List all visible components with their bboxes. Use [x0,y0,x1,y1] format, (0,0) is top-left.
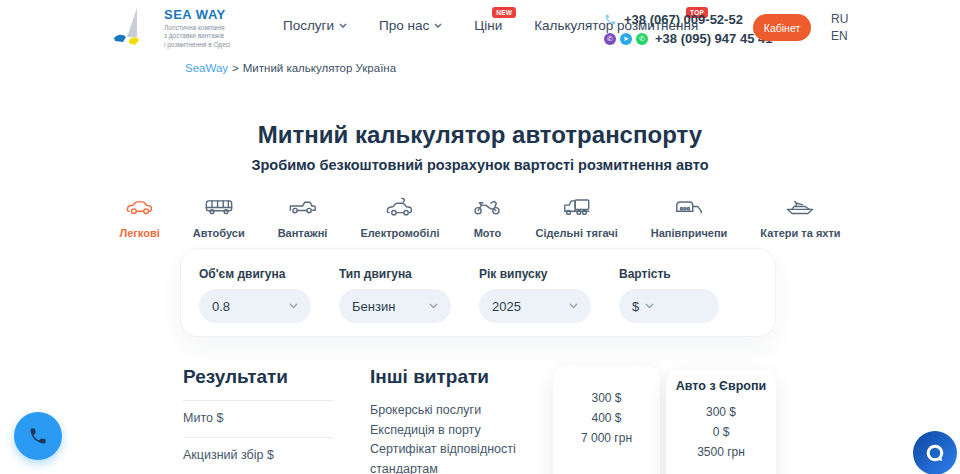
language-switcher: RU EN [831,11,848,45]
call-button[interactable] [14,412,62,460]
vehicle-type-tabs: Легкові Автобуси Вантажні Електромобілі … [0,193,960,239]
other-costs-section: Інші витрати Брокерські послуги Експедиц… [370,366,570,474]
cabinet-button[interactable]: Кабінет [753,14,811,41]
list-item: Брокерські послуги [370,401,570,421]
phone-row-2: ✆ ➤ ✆ +38 (095) 947 45 41 [604,29,772,48]
price-card-title: Авто з Європи [666,379,776,393]
results-title: Результати [183,366,333,388]
telegram-icon[interactable]: ➤ [620,33,632,45]
field-label: Вартість [619,267,719,281]
selected-value: 2025 [492,299,521,314]
tab-semi-trailers[interactable]: Напівпричепи [651,193,728,239]
breadcrumb-current: Митний калькулятор Україна [243,62,396,74]
header: SEA WAY Логістична компанія з доставки в… [0,0,960,56]
nav-item-about[interactable]: Про нас [379,18,442,33]
tab-trucks[interactable]: Вантажні [278,193,328,239]
year-field: Рік випуску 2025 [479,267,591,323]
trailer-icon [674,193,704,219]
page-title: Митний калькулятор автотранспорту [0,121,960,149]
chat-bubble-icon [924,442,946,464]
logo-title: SEA WAY [164,7,230,22]
engine-type-field: Тип двигуна Бензин [339,267,451,323]
tab-label: Легкові [119,227,159,239]
breadcrumb-separator: > [232,62,239,74]
motorcycle-icon [472,193,502,219]
price-value: 7 000 грн [553,428,660,448]
seaway-logo-icon [110,6,156,50]
list-item: Експедиція в порту [370,421,570,441]
price-value: 300 $ [666,402,776,422]
price-card-1: 300 $ 400 $ 7 000 грн [553,366,660,474]
logo-text: SEA WAY Логістична компанія з доставки в… [164,7,230,50]
lang-en[interactable]: EN [831,28,848,45]
field-label: Об'єм двигуна [199,267,311,281]
bus-icon [204,193,234,219]
phone-icon [28,426,48,446]
yacht-icon [785,193,815,219]
engine-type-select[interactable]: Бензин [339,289,451,323]
phone-row-1: +38 (067) 009-52-52 [604,10,772,29]
tab-label: Автобуси [193,227,245,239]
tab-label: Електромобілі [360,227,439,239]
results-rows: Мито $ Акцизний збір $ [183,400,333,474]
year-select[interactable]: 2025 [479,289,591,323]
selected-value: $ [632,299,639,314]
page: SEA WAY Логістична компанія з доставки в… [0,0,960,474]
other-costs-title: Інші витрати [370,366,570,388]
lang-ru[interactable]: RU [831,11,848,28]
tab-label: Мото [474,227,502,239]
whatsapp-icon[interactable]: ✆ [636,33,648,45]
engine-volume-select[interactable]: 0.8 [199,289,311,323]
logo[interactable]: SEA WAY Логістична компанія з доставки в… [110,6,230,50]
other-costs-list: Брокерські послуги Експедиція в порту Се… [370,401,570,474]
tab-buses[interactable]: Автобуси [193,193,245,239]
price-value: 3500 грн [666,442,776,462]
tab-label: Вантажні [278,227,328,239]
semi-truck-icon [562,193,592,219]
price-value: 400 $ [553,408,660,428]
result-row-excise: Акцизний збір $ [183,437,333,474]
tab-moto[interactable]: Мото [472,193,502,239]
result-row-duty: Мито $ [183,400,333,437]
selected-value: 0.8 [212,299,230,314]
chevron-down-icon [339,23,347,28]
chevron-down-icon [434,23,442,28]
price-value: 0 $ [666,422,776,442]
logo-tagline: Логістична компанія з доставки вантажів … [164,24,230,50]
tab-electric-cars[interactable]: Електромобілі [360,193,439,239]
results-section: Результати Мито $ Акцизний збір $ [183,366,333,474]
field-label: Тип двигуна [339,267,451,281]
cost-currency-select[interactable]: $ [619,289,719,323]
engine-volume-field: Об'єм двигуна 0.8 [199,267,311,323]
phone-number-1[interactable]: +38 (067) 009-52-52 [624,12,743,27]
pickup-truck-icon [288,193,318,219]
chevron-down-icon [429,303,438,309]
tab-label: Сідельні тягачі [535,227,617,239]
header-contacts: +38 (067) 009-52-52 ✆ ➤ ✆ +38 (095) 947 … [604,10,772,48]
price-card-europe: Авто з Європи 300 $ 0 $ 3500 грн [666,370,776,474]
page-subtitle: Зробимо безкоштовний розрахунок вартості… [0,157,960,173]
tab-cars[interactable]: Легкові [119,193,159,239]
tab-label: Катери та яхти [760,227,840,239]
tab-semi-trucks[interactable]: Сідельні тягачі [535,193,617,239]
tab-label: Напівпричепи [651,227,728,239]
car-icon [125,193,155,219]
breadcrumb: SeaWay>Митний калькулятор Україна [185,62,396,74]
chevron-down-icon [645,303,654,309]
cost-field: Вартість $ [619,267,719,323]
chevron-down-icon [289,303,298,309]
price-value: 300 $ [553,388,660,408]
list-item: Сертифікат відповідності стандартам [370,440,570,474]
messenger-icons: ✆ ➤ ✆ [604,33,648,45]
tab-boats-yachts[interactable]: Катери та яхти [760,193,840,239]
breadcrumb-home-link[interactable]: SeaWay [185,62,228,74]
chat-widget-button[interactable] [913,431,957,474]
nav-item-prices[interactable]: Ціни NEW [474,18,502,33]
selected-value: Бензин [352,299,395,314]
new-badge: NEW [492,7,516,18]
chevron-down-icon [569,303,578,309]
field-label: Рік випуску [479,267,591,281]
nav-item-services[interactable]: Послуги [283,18,347,33]
phone-icon [604,13,617,26]
viber-icon[interactable]: ✆ [604,33,616,45]
